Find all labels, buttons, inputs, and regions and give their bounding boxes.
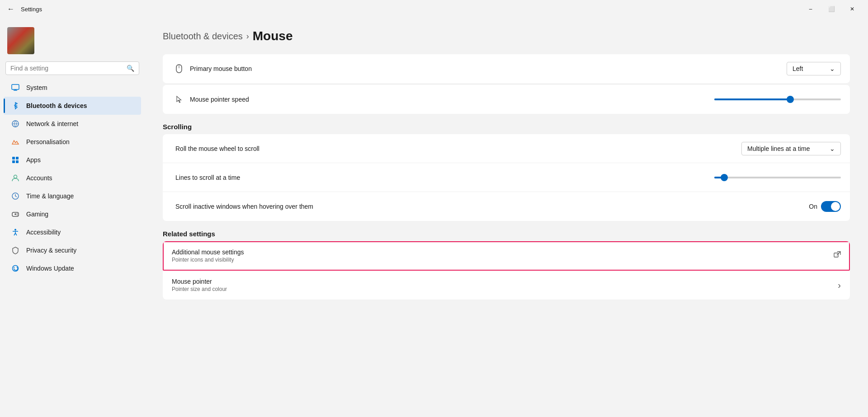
search-icon: 🔍	[127, 65, 134, 72]
svg-point-16	[17, 213, 18, 214]
personalisation-icon	[11, 137, 20, 146]
svg-point-17	[17, 215, 18, 216]
sidebar-item-bluetooth[interactable]: Bluetooth & devices	[4, 97, 141, 115]
primary-button-label: Primary mouse button	[190, 65, 787, 72]
roll-to-scroll-dropdown[interactable]: Multiple lines at a time ⌄	[741, 142, 841, 155]
scroll-inactive-state-label: On	[809, 203, 817, 210]
sidebar-item-label-gaming: Gaming	[26, 211, 48, 218]
svg-line-12	[15, 196, 17, 197]
sidebar-item-personalisation[interactable]: Personalisation	[4, 133, 141, 151]
sidebar-item-label-system: System	[26, 84, 47, 91]
slider-thumb[interactable]	[787, 96, 794, 103]
lines-to-scroll-slider[interactable]	[714, 177, 841, 178]
chevron-right-icon: ›	[838, 280, 841, 290]
additional-mouse-subtitle: Pointer icons and visibility	[172, 257, 834, 263]
toggle-knob	[831, 202, 840, 211]
privacy-icon	[11, 246, 20, 255]
sidebar-item-apps[interactable]: Apps	[4, 151, 141, 169]
svg-rect-5	[12, 157, 15, 159]
system-icon	[11, 83, 20, 92]
breadcrumb-parent[interactable]: Bluetooth & devices	[163, 31, 243, 42]
sidebar-item-label-accounts: Accounts	[26, 174, 52, 182]
slider-track	[714, 98, 841, 100]
mouse-icon	[172, 64, 186, 74]
pointer-speed-control	[714, 98, 841, 100]
sidebar-item-accessibility[interactable]: Accessibility	[4, 223, 141, 241]
minimize-button[interactable]: –	[800, 2, 821, 16]
lines-to-scroll-row: Lines to scroll at a time	[163, 163, 850, 192]
svg-rect-0	[12, 84, 19, 89]
scroll-inactive-toggle-group: On	[809, 201, 841, 212]
app-body: 🔍 System	[0, 18, 868, 417]
roll-to-scroll-control: Multiple lines at a time ⌄	[741, 142, 841, 155]
network-icon	[11, 119, 20, 128]
mouse-pointer-subtitle: Pointer size and colour	[172, 286, 838, 292]
sidebar-item-system[interactable]: System	[4, 79, 141, 97]
sidebar-item-network[interactable]: Network & internet	[4, 115, 141, 133]
svg-line-22	[15, 233, 17, 235]
sidebar: 🔍 System	[0, 18, 145, 417]
primary-button-dropdown[interactable]: Left ⌄	[787, 62, 841, 75]
pointer-speed-label: Mouse pointer speed	[190, 96, 714, 103]
sidebar-item-label-accessibility: Accessibility	[26, 229, 61, 236]
primary-button-row: Primary mouse button Left ⌄	[163, 54, 850, 83]
scrolling-card: Roll the mouse wheel to scroll Multiple …	[163, 134, 850, 221]
titlebar-title: Settings	[21, 6, 42, 13]
titlebar-controls: – ⬜ ✕	[800, 2, 863, 16]
related-card: Additional mouse settings Pointer icons …	[163, 241, 850, 300]
lines-to-scroll-label: Lines to scroll at a time	[175, 174, 714, 181]
related-row-content-additional: Additional mouse settings Pointer icons …	[172, 248, 834, 263]
sidebar-nav: System Bluetooth & devices	[0, 79, 145, 417]
svg-point-18	[14, 229, 16, 231]
sidebar-item-gaming[interactable]: Gaming	[4, 205, 141, 223]
sidebar-item-accounts[interactable]: Accounts	[4, 169, 141, 187]
lines-slider-thumb[interactable]	[721, 174, 728, 181]
user-profile-area	[0, 22, 145, 61]
sidebar-item-update[interactable]: Windows Update	[4, 259, 141, 277]
primary-button-control: Left ⌄	[787, 62, 841, 75]
pointer-speed-card: Mouse pointer speed	[163, 85, 850, 114]
sidebar-item-label-personalisation: Personalisation	[26, 138, 70, 145]
update-icon	[11, 264, 20, 273]
primary-button-value: Left	[793, 65, 803, 72]
accessibility-icon	[11, 228, 20, 237]
search-input[interactable]	[10, 65, 123, 72]
lines-to-scroll-control	[714, 177, 841, 178]
search-box[interactable]: 🔍	[5, 61, 139, 75]
svg-line-27	[837, 252, 840, 255]
scroll-inactive-label: Scroll inactive windows when hovering ov…	[175, 203, 809, 210]
scrolling-section-header: Scrolling	[163, 123, 850, 131]
sidebar-item-label-bluetooth: Bluetooth & devices	[26, 102, 87, 109]
gaming-icon	[11, 210, 20, 219]
back-arrow-icon[interactable]: ←	[7, 5, 14, 13]
svg-rect-6	[16, 157, 19, 159]
related-row-content-pointer: Mouse pointer Pointer size and colour	[172, 278, 838, 292]
svg-line-21	[14, 233, 15, 235]
apps-icon	[11, 155, 20, 164]
svg-marker-24	[14, 267, 15, 268]
related-row-additional-mouse[interactable]: Additional mouse settings Pointer icons …	[163, 241, 850, 271]
svg-rect-26	[834, 253, 838, 257]
sidebar-item-privacy[interactable]: Privacy & security	[4, 241, 141, 259]
primary-button-card: Primary mouse button Left ⌄	[163, 54, 850, 83]
time-icon	[11, 192, 20, 201]
lines-slider-track	[714, 177, 841, 178]
titlebar: ← Settings – ⬜ ✕	[0, 0, 868, 18]
scroll-inactive-control: On	[809, 201, 841, 212]
breadcrumb-chevron-icon: ›	[246, 32, 249, 41]
restore-button[interactable]: ⬜	[821, 2, 842, 16]
breadcrumb: Bluetooth & devices › Mouse	[163, 29, 850, 43]
accounts-icon	[11, 173, 20, 183]
titlebar-left: ← Settings	[7, 5, 42, 13]
roll-to-scroll-value: Multiple lines at a time	[747, 145, 810, 152]
sidebar-item-label-update: Windows Update	[26, 265, 74, 272]
pointer-speed-row: Mouse pointer speed	[163, 85, 850, 114]
pointer-speed-slider[interactable]	[714, 98, 841, 100]
scroll-inactive-toggle[interactable]	[821, 201, 841, 212]
svg-point-9	[14, 175, 17, 178]
roll-to-scroll-row: Roll the mouse wheel to scroll Multiple …	[163, 134, 850, 163]
sidebar-item-time[interactable]: Time & language	[4, 187, 141, 205]
close-button[interactable]: ✕	[842, 2, 863, 16]
sidebar-item-label-network: Network & internet	[26, 120, 78, 127]
related-row-mouse-pointer[interactable]: Mouse pointer Pointer size and colour ›	[163, 271, 850, 300]
